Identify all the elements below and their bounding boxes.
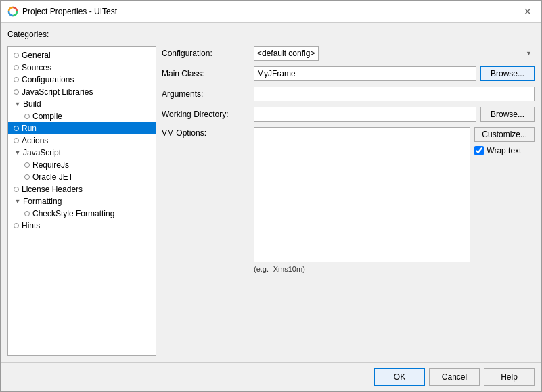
customize-button[interactable]: Customize... [474, 127, 535, 142]
tree-item-sources[interactable]: Sources [8, 62, 156, 74]
dialog-body: Categories: General Sources Configuratio… [1, 23, 541, 362]
tree-label-build: Build [23, 99, 41, 109]
dialog-title: Project Properties - UITest [22, 7, 117, 16]
tree-label-formatting: Formatting [23, 197, 62, 206]
tree-item-checkstyle-formatting[interactable]: CheckStyle Formatting [8, 207, 156, 220]
tree-label-hints: Hints [22, 221, 40, 230]
tree-dot-javascript-libraries [14, 89, 19, 95]
working-directory-label: Working Directory: [162, 109, 250, 119]
arguments-row: Arguments: [162, 87, 535, 101]
tree-dot-configurations [14, 77, 19, 82]
arguments-label: Arguments: [162, 89, 250, 99]
expand-icon-build: ▼ [14, 101, 22, 107]
tree-dot-checkstyle-formatting [24, 211, 30, 216]
vm-options-textarea[interactable] [254, 127, 470, 262]
tree-dot-compile [24, 114, 30, 119]
main-area: General Sources Configurations JavaScrip… [7, 46, 535, 356]
tree-dot-run [14, 126, 19, 131]
tree-item-configurations[interactable]: Configurations [8, 74, 156, 86]
tree-dot-oracle-jet [24, 174, 30, 180]
tree-item-general[interactable]: General [8, 49, 156, 62]
tree-label-run: Run [22, 124, 37, 133]
app-icon [7, 6, 18, 17]
tree-item-license-headers[interactable]: License Headers [8, 183, 156, 195]
browse-working-directory-button[interactable]: Browse... [480, 107, 535, 122]
configuration-select[interactable]: <default config> [254, 46, 319, 61]
wrap-text-label: Wrap text [487, 146, 521, 155]
tree-label-compile: Compile [32, 112, 62, 121]
tree-item-requirejs[interactable]: RequireJs [8, 159, 156, 171]
tree-dot-sources [14, 65, 19, 70]
configuration-label: Configuration: [162, 49, 250, 58]
working-directory-row: Working Directory: Browse... [162, 107, 535, 122]
tree-item-formatting[interactable]: ▼ Formatting [8, 195, 156, 207]
tree-dot-license-headers [14, 187, 19, 192]
vm-options-right: (e.g. -Xms10m) [254, 127, 470, 273]
tree-label-configurations: Configurations [22, 75, 74, 84]
vm-options-hint: (e.g. -Xms10m) [254, 265, 470, 273]
tree-label-checkstyle-formatting: CheckStyle Formatting [32, 209, 114, 218]
tree-item-actions[interactable]: Actions [8, 134, 156, 147]
tree-item-run[interactable]: Run [8, 122, 156, 134]
close-button[interactable]: ✕ [521, 5, 535, 18]
tree-label-sources: Sources [22, 63, 51, 72]
expand-icon-javascript: ▼ [14, 149, 22, 156]
tree-item-javascript[interactable]: ▼ JavaScript [8, 147, 156, 159]
help-button[interactable]: Help [484, 368, 535, 386]
vm-options-area: VM Options: (e.g. -Xms10m) Customize... … [162, 127, 535, 273]
tree-item-javascript-libraries[interactable]: JavaScript Libraries [8, 86, 156, 98]
main-class-label: Main Class: [162, 69, 250, 78]
ok-button[interactable]: OK [374, 368, 425, 386]
configuration-select-wrapper: <default config> [254, 46, 535, 61]
expand-icon-formatting: ▼ [14, 198, 22, 205]
vm-options-label: VM Options: [162, 127, 250, 138]
tree-dot-actions [14, 138, 19, 143]
wrap-text-row: Wrap text [474, 146, 535, 155]
wrap-text-checkbox[interactable] [474, 146, 484, 155]
cancel-button[interactable]: Cancel [429, 368, 480, 386]
dialog-footer: OK Cancel Help [1, 362, 541, 391]
tree-label-oracle-jet: Oracle JET [32, 172, 73, 182]
tree-dot-requirejs [24, 162, 30, 168]
tree-item-build[interactable]: ▼ Build [8, 98, 156, 110]
title-bar: Project Properties - UITest ✕ [1, 1, 541, 23]
project-properties-dialog: Project Properties - UITest ✕ Categories… [0, 0, 542, 392]
title-bar-left: Project Properties - UITest [7, 6, 117, 17]
browse-main-class-button[interactable]: Browse... [480, 66, 535, 81]
right-panel: Configuration: <default config> Main Cla… [162, 46, 535, 356]
vm-buttons-column: Customize... Wrap text [474, 127, 535, 155]
working-directory-input[interactable] [254, 107, 476, 122]
tree-dot-hints [14, 223, 19, 228]
tree-item-oracle-jet[interactable]: Oracle JET [8, 171, 156, 183]
categories-label: Categories: [7, 30, 535, 39]
configuration-row: Configuration: <default config> [162, 46, 535, 61]
tree-item-hints[interactable]: Hints [8, 220, 156, 232]
tree-item-compile[interactable]: Compile [8, 110, 156, 122]
tree-label-general: General [22, 51, 51, 60]
tree-label-actions: Actions [22, 136, 48, 145]
tree-label-javascript-libraries: JavaScript Libraries [22, 87, 93, 97]
main-class-input[interactable] [254, 66, 476, 81]
tree-label-requirejs: RequireJs [32, 160, 69, 170]
tree-label-license-headers: License Headers [22, 185, 83, 194]
arguments-input[interactable] [254, 87, 535, 101]
categories-tree: General Sources Configurations JavaScrip… [7, 46, 156, 356]
tree-dot-general [14, 53, 19, 58]
tree-label-javascript: JavaScript [23, 148, 61, 157]
main-class-row: Main Class: Browse... [162, 66, 535, 81]
